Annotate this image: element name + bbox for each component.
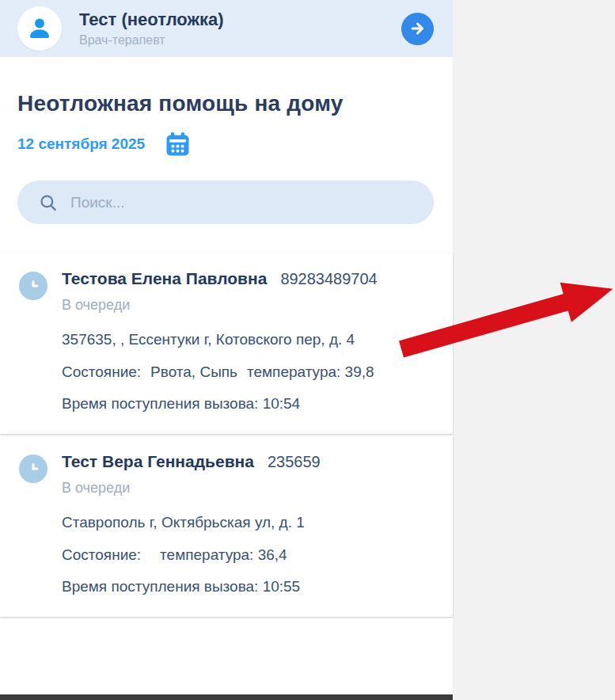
date-row: 12 сентября 2025 (17, 130, 434, 158)
avatar (17, 6, 62, 51)
condition-label: Состояние: (62, 546, 141, 564)
visit-name-row: Тест Вера Геннадьевна 235659 (62, 452, 434, 471)
clock-icon (25, 461, 41, 477)
queue-status-badge (19, 455, 47, 483)
clock-icon (25, 278, 41, 294)
condition-temperature: температура: 36,4 (160, 546, 287, 564)
patient-phone: 89283489704 (280, 270, 377, 288)
bottom-bar (0, 694, 453, 700)
visit-time: Время поступления вызова: 10:55 (62, 578, 434, 595)
condition-symptoms: Рвота, Сыпь (150, 363, 237, 381)
user-icon (26, 15, 53, 42)
visit-time: Время поступления вызова: 10:54 (62, 395, 434, 413)
page-title: Неотложная помощь на дому (17, 90, 434, 117)
visit-condition: Состояние: Рвота, Сыпь температура: 39,8 (62, 363, 434, 381)
app-window: Тест (неотложка) Врач-терапевт Неотложна… (0, 0, 453, 700)
doctor-header: Тест (неотложка) Врач-терапевт (0, 0, 453, 57)
doctor-role: Врач-терапевт (79, 33, 224, 48)
doctor-name: Тест (неотложка) (79, 10, 224, 30)
main-content: Неотложная помощь на дому 12 сентября 20… (0, 90, 453, 617)
visit-condition: Состояние: температура: 36,4 (62, 546, 434, 564)
calendar-icon (164, 131, 192, 158)
screenshot-stage: Тест (неотложка) Врач-терапевт Неотложна… (0, 0, 615, 700)
visit-card[interactable]: Тест Вера Геннадьевна 235659 В очереди С… (0, 436, 453, 617)
open-profile-button[interactable] (401, 13, 434, 45)
date-label: 12 сентября 2025 (17, 135, 145, 153)
search-icon (38, 192, 59, 213)
patient-name: Тестова Елена Павловна (62, 269, 267, 288)
queue-status-badge (19, 272, 47, 300)
arrow-right-icon (409, 20, 427, 37)
patient-name: Тест Вера Геннадьевна (62, 452, 254, 471)
visit-card[interactable]: Тестова Елена Павловна 89283489704 В оче… (0, 253, 453, 434)
calendar-button[interactable] (164, 131, 192, 158)
condition-label: Состояние: (62, 363, 141, 381)
search-input[interactable] (70, 194, 418, 211)
patient-number: 235659 (268, 453, 321, 471)
condition-temperature: температура: 39,8 (247, 363, 374, 381)
visit-address: Ставрополь г, Октябрьская ул, д. 1 (62, 514, 434, 531)
visit-name-row: Тестова Елена Павловна 89283489704 (62, 269, 434, 288)
visit-status: В очереди (62, 297, 434, 314)
visit-address: 357635, , Ессентуки г, Котовского пер, д… (62, 331, 434, 348)
search-box[interactable] (17, 181, 434, 224)
doctor-info: Тест (неотложка) Врач-терапевт (79, 10, 224, 47)
visit-status: В очереди (62, 480, 434, 496)
visit-list: Тестова Елена Павловна 89283489704 В оче… (0, 253, 453, 617)
